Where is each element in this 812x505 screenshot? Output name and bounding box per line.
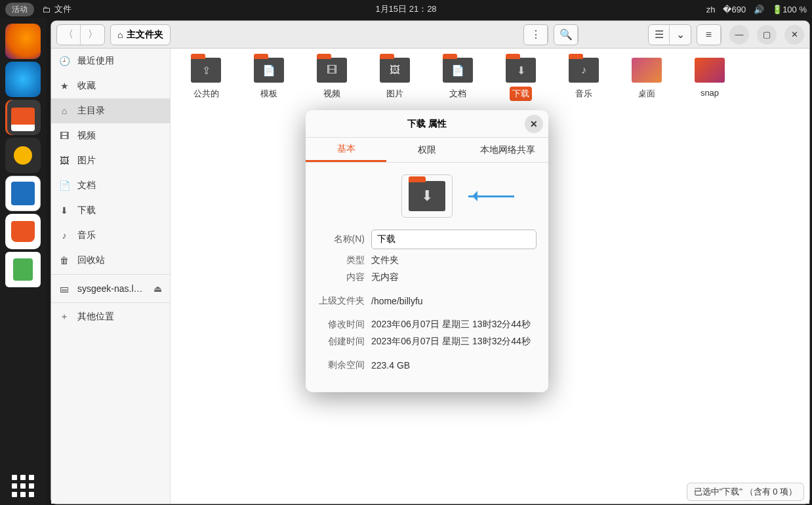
dialog-title: 下载 属性	[407, 118, 447, 130]
properties-dialog: 下载 属性 ✕ 基本 权限 本地网络共享 ⬇ 名称(N) 类型 文件夹	[306, 110, 548, 392]
type-value: 文件夹	[371, 254, 537, 266]
content-value: 无内容	[371, 272, 537, 283]
content-label: 内容	[317, 272, 371, 283]
dialog-close-button[interactable]: ✕	[525, 115, 543, 133]
name-input[interactable]	[371, 230, 537, 249]
parent-value: /home/billyfu	[371, 296, 537, 306]
ctime-label: 创建时间	[317, 336, 371, 348]
dialog-overlay: 下载 属性 ✕ 基本 权限 本地网络共享 ⬇ 名称(N) 类型 文件夹	[0, 0, 812, 505]
tab-basic[interactable]: 基本	[306, 138, 386, 162]
tab-permissions[interactable]: 权限	[386, 138, 467, 162]
mtime-label: 修改时间	[317, 319, 371, 331]
dialog-header: 下载 属性 ✕	[306, 110, 548, 138]
free-label: 剩余空间	[317, 359, 371, 371]
annotation-arrow	[468, 193, 521, 199]
type-label: 类型	[317, 254, 371, 266]
dialog-folder-icon-button[interactable]: ⬇	[401, 174, 453, 218]
parent-label: 上级文件夹	[317, 295, 371, 307]
name-label: 名称(N)	[317, 233, 371, 245]
download-icon: ⬇	[409, 181, 445, 211]
free-value: 223.4 GB	[371, 360, 537, 371]
mtime-value: 2023年06月07日 星期三 13时32分44秒	[371, 319, 537, 331]
tab-share[interactable]: 本地网络共享	[468, 138, 548, 162]
ctime-value: 2023年06月07日 星期三 13时32分44秒	[371, 336, 537, 348]
dialog-tabs: 基本 权限 本地网络共享	[306, 138, 548, 163]
dialog-body: ⬇ 名称(N) 类型 文件夹 内容 无内容 上级文件夹 /home/billyf…	[306, 163, 548, 392]
